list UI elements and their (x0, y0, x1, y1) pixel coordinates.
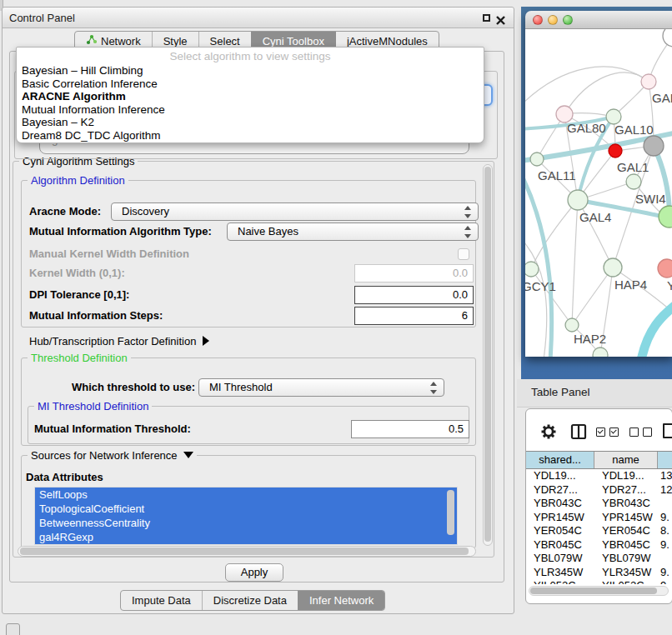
kernel-width-field[interactable]: 0.0 (354, 264, 474, 282)
document-icon[interactable] (663, 423, 672, 438)
table-row[interactable]: YBR043CYBR043C (526, 497, 672, 511)
stepper-icon (464, 226, 472, 238)
zoom-traffic-icon[interactable] (563, 15, 573, 25)
control-panel-titlebar: Control Panel (3, 8, 514, 28)
tab-discretize-data[interactable]: Discretize Data (202, 591, 298, 610)
column-header-shared[interactable]: shared... (526, 452, 594, 468)
data-attribute-item[interactable]: BetweennessCentrality (35, 516, 457, 530)
table-cell: 12 (658, 483, 672, 498)
network-node-y[interactable] (658, 259, 672, 278)
algorithm-option[interactable]: Bayesian – K2 (17, 116, 484, 129)
table-row[interactable]: YPR145WYPR145W9. (526, 511, 672, 525)
network-node-label: Y (667, 278, 672, 292)
split-columns-icon[interactable] (570, 423, 587, 443)
table-cell: 9. (658, 566, 672, 580)
manual-kernel-label: Manual Kernel Width Definition (29, 245, 189, 263)
algorithm-option[interactable]: Bayesian – Hill Climbing (17, 64, 484, 78)
network-node-gal1[interactable] (626, 174, 641, 189)
table-row[interactable]: YDR27...YDR27...12 (526, 483, 672, 498)
network-node-label: HAP4 (614, 278, 647, 292)
table-row[interactable]: YIL052CYIL052C9 (526, 579, 672, 584)
mi-type-select[interactable]: Naive Bayes (227, 222, 479, 241)
table-cell: 9. (658, 538, 672, 552)
tab-impute-data[interactable]: Impute Data (121, 591, 202, 610)
network-node[interactable] (609, 144, 622, 158)
table-row[interactable]: YER054CYER054C8. (526, 524, 672, 538)
data-attribute-item[interactable]: gal4RGexp (35, 530, 457, 544)
minimized-panel-grip[interactable] (6, 623, 20, 635)
column-header-partial[interactable] (658, 452, 672, 468)
network-node-gal11[interactable] (530, 152, 544, 166)
data-attributes-list[interactable]: SelfLoopsTopologicalCoefficientBetweenne… (34, 487, 458, 545)
settings-vertical-scrollbar[interactable] (483, 164, 493, 546)
mi-steps-field[interactable]: 6 (354, 307, 474, 325)
table-row[interactable]: YBR045CYBR045C9. (526, 538, 672, 552)
list-scrollbar[interactable] (447, 490, 454, 535)
algorithm-option[interactable]: Mutual Information Inference (17, 103, 484, 117)
algorithm-option[interactable]: ARACNE Algorithm (17, 90, 484, 103)
table-cell: 9. (658, 511, 672, 525)
network-node-label: GAL4 (579, 210, 611, 224)
network-node-gal[interactable] (641, 74, 656, 89)
which-threshold-label: Which threshold to use: (72, 378, 195, 397)
network-node-gal80[interactable] (556, 106, 573, 122)
mi-type-label: Mutual Information Algorithm Type: (29, 222, 212, 241)
network-node-swi4[interactable] (659, 206, 672, 228)
mi-threshold-label: Mutual Information Threshold: (34, 420, 191, 438)
which-threshold-select[interactable]: MI Threshold (198, 378, 444, 397)
hub-definition-toggle[interactable]: Hub/Transcription Factor Definition (29, 332, 209, 351)
close-panel-icon[interactable] (496, 13, 505, 22)
network-canvas-svg[interactable]: GALGAL80GAL10GAL1GAL11SWI4GAL4GCY1HAP4YH… (525, 29, 672, 357)
scrollbar-thumb[interactable] (530, 588, 657, 594)
column-header-name[interactable]: name (594, 452, 658, 468)
control-panel-title: Control Panel (9, 12, 75, 24)
data-attribute-item[interactable]: SelfLoops (35, 488, 457, 502)
float-panel-icon[interactable] (483, 14, 490, 22)
unchecked-checkbox-icon[interactable] (629, 428, 639, 437)
scrollbar-thumb[interactable] (20, 548, 469, 555)
gear-icon[interactable] (540, 423, 557, 443)
minimize-traffic-icon[interactable] (548, 15, 558, 25)
network-node-gcy1[interactable] (525, 262, 539, 277)
table-cell: YER054C (526, 524, 594, 538)
table-cell: YBR043C (526, 497, 594, 511)
data-attributes-label: Data Attributes (26, 468, 103, 487)
network-node-hap2[interactable] (565, 318, 579, 332)
stepper-icon (430, 382, 438, 394)
settings-horizontal-scrollbar[interactable] (18, 546, 476, 557)
table-panel-title: Table Panel (531, 386, 590, 398)
data-attribute-item[interactable]: TopologicalCoefficient (35, 502, 457, 516)
dpi-tolerance-label: DPI Tolerance [0,1]: (29, 286, 129, 304)
network-node[interactable] (663, 29, 672, 47)
table-horizontal-scrollbar[interactable] (529, 586, 669, 596)
checked-checkbox-icon[interactable] (609, 428, 619, 437)
dpi-tolerance-field[interactable]: 0.0 (354, 286, 474, 304)
apply-button[interactable]: Apply (225, 563, 283, 582)
scrollbar-thumb[interactable] (484, 167, 491, 542)
network-node-label: GAL80 (567, 121, 606, 135)
table-row[interactable]: YBL079WYBL079W (526, 552, 672, 566)
table-row[interactable]: YDL19...YDL19...13 (526, 469, 672, 483)
algorithm-option[interactable]: Basic Correlation Inference (17, 78, 484, 91)
tab-infer-network[interactable]: Infer Network (298, 591, 384, 610)
mi-threshold-definition-title: MI Threshold Definition (34, 400, 152, 412)
bottom-tab-bar: Impute Data Discretize Data Infer Networ… (120, 590, 385, 611)
network-canvas[interactable]: GALGAL80GAL10GAL1GAL11SWI4GAL4GCY1HAP4YH… (525, 29, 672, 357)
table-cell: 9 (658, 579, 672, 584)
mi-threshold-field[interactable]: 0.5 (351, 420, 469, 438)
aracne-mode-select[interactable]: Discovery (111, 202, 479, 221)
table-row[interactable]: YLR345WYLR345W9. (526, 566, 672, 580)
checked-checkbox-icon[interactable] (596, 428, 605, 437)
unchecked-checkbox-icon[interactable] (643, 428, 652, 437)
algorithm-option[interactable]: Dream8 DC_TDC Algorithm (17, 129, 484, 142)
network-node[interactable] (644, 136, 664, 156)
network-node-hap4[interactable] (604, 258, 622, 277)
manual-kernel-checkbox[interactable] (458, 248, 469, 260)
threshold-definition-title: Threshold Definition (28, 352, 131, 364)
close-traffic-icon[interactable] (533, 15, 543, 25)
network-node-gal4[interactable] (568, 190, 588, 210)
sources-toggle[interactable]: Sources for Network Inference (28, 449, 197, 462)
network-edge (564, 72, 649, 114)
network-edge (572, 200, 578, 325)
algorithm-dropdown-list: Bayesian – Hill ClimbingBasic Correlatio… (17, 64, 484, 142)
